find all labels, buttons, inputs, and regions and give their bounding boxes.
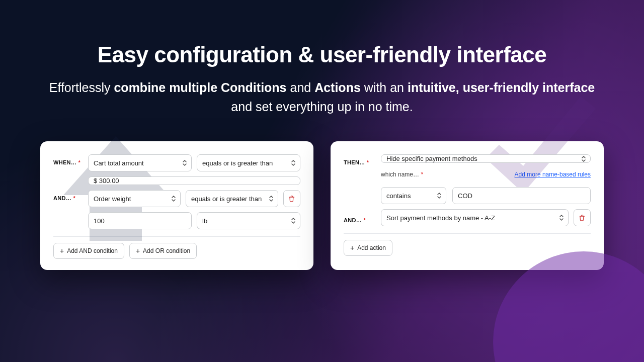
chevron-updown-icon: [171, 195, 176, 202]
which-name-label: which name… *: [381, 171, 423, 178]
add-name-rules-link[interactable]: Add more name-based rules: [515, 171, 591, 178]
action-select[interactable]: Sort payment methods by name - A-Z: [381, 209, 569, 226]
hero-title: Easy configuration & user-friendly inter…: [30, 42, 614, 67]
trash-icon: [288, 195, 295, 202]
chevron-updown-icon: [291, 159, 296, 166]
chevron-updown-icon: [581, 155, 586, 162]
chevron-updown-icon: [182, 159, 187, 166]
chevron-updown-icon: [559, 214, 564, 221]
chevron-updown-icon: [291, 217, 296, 224]
add-action-button[interactable]: + Add action: [344, 240, 392, 256]
divider: [344, 233, 591, 234]
plus-icon: +: [136, 247, 140, 254]
name-match-value-input[interactable]: COD: [452, 187, 591, 204]
condition-value-input[interactable]: $ 300.00: [88, 176, 300, 185]
then-label: THEN… *: [344, 154, 374, 165]
plus-icon: +: [60, 247, 64, 254]
delete-condition-button[interactable]: [283, 190, 300, 207]
condition-operator-select[interactable]: equals or is greater than: [186, 190, 278, 207]
condition-field-select[interactable]: Cart total amount: [88, 154, 192, 171]
delete-action-button[interactable]: [574, 209, 591, 226]
action-select[interactable]: Hide specific payment methods: [381, 154, 591, 163]
name-match-operator-select[interactable]: contains: [381, 187, 446, 204]
condition-field-select[interactable]: Order weight: [88, 190, 181, 207]
condition-value-input[interactable]: 100: [88, 212, 192, 229]
and-label: AND… *: [344, 212, 374, 223]
condition-operator-select[interactable]: equals or is greater than: [197, 154, 300, 171]
chevron-updown-icon: [437, 192, 442, 199]
when-label: WHEN… *: [53, 154, 81, 165]
trash-icon: [579, 214, 586, 221]
chevron-updown-icon: [269, 195, 274, 202]
and-label: AND… *: [53, 190, 81, 201]
add-or-condition-button[interactable]: + Add OR condition: [129, 243, 197, 259]
condition-unit-select[interactable]: lb: [197, 212, 300, 229]
divider: [53, 236, 300, 237]
add-and-condition-button[interactable]: + Add AND condition: [53, 243, 124, 259]
hero-subtitle: Effortlessly combine multiple Conditions…: [45, 78, 599, 116]
plus-icon: +: [350, 244, 354, 251]
conditions-panel: WHEN… * Cart total amount equals or is g…: [40, 141, 313, 270]
actions-panel: THEN… * Hide specific payment methods wh…: [331, 141, 604, 270]
